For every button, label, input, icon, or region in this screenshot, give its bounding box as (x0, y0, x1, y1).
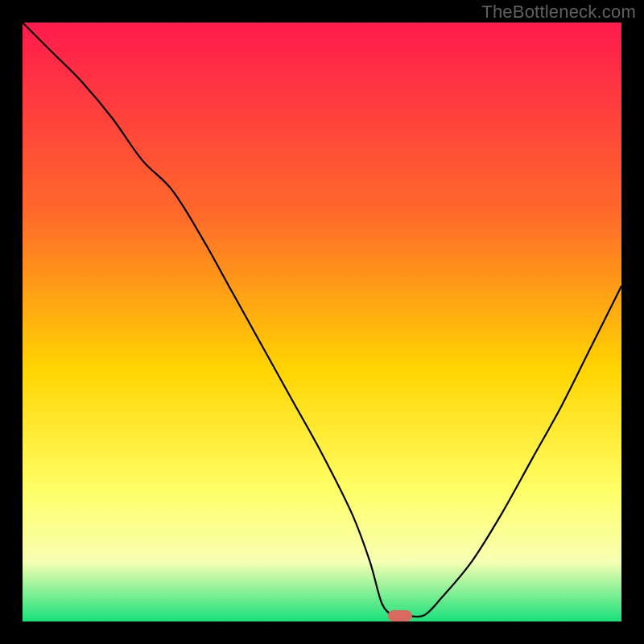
chart-svg (23, 23, 621, 621)
gradient-background (23, 23, 621, 621)
chart-frame: TheBottleneck.com (0, 0, 644, 644)
plot-area (23, 23, 621, 621)
watermark-text: TheBottleneck.com (481, 2, 636, 23)
optimal-marker (388, 610, 412, 621)
